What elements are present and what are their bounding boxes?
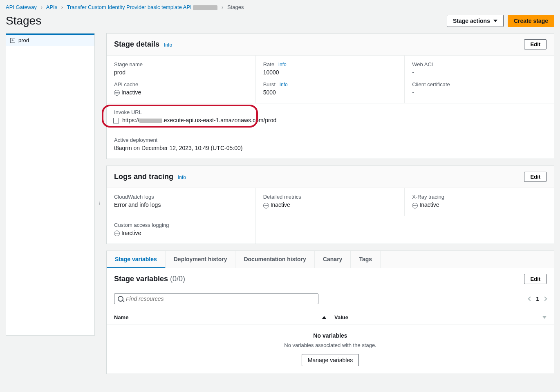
xray-value: Inactive: [412, 202, 547, 208]
header-actions: Stage actions Create stage: [447, 15, 554, 27]
api-cache-value-text: Inactive: [121, 89, 141, 96]
detailed-metrics-value: Inactive: [263, 202, 397, 208]
info-link[interactable]: Info: [178, 175, 186, 180]
api-cache-label: API cache: [114, 81, 248, 87]
web-acl-label: Web ACL: [412, 61, 547, 67]
search-box[interactable]: [114, 293, 318, 304]
info-link[interactable]: Info: [164, 42, 172, 48]
info-link[interactable]: Info: [278, 62, 287, 67]
stage-actions-label: Stage actions: [453, 18, 490, 24]
detailed-metrics-label: Detailed metrics: [263, 194, 397, 200]
inactive-icon: [412, 203, 418, 208]
custom-access-value-text: Inactive: [121, 230, 141, 236]
web-acl-value: -: [412, 69, 547, 76]
invoke-url-suffix: .execute-api.us-east-1.amazonaws.com/pro…: [162, 117, 276, 123]
caret-down-icon: [493, 20, 497, 22]
cloudwatch-label: CloudWatch logs: [114, 194, 248, 200]
stage-variables-heading: Stage variables (0/0): [114, 275, 185, 283]
chevron-right-icon: ›: [222, 4, 223, 10]
empty-state: No variables No variables associated wit…: [107, 325, 554, 374]
search-icon: [118, 296, 123, 302]
search-input[interactable]: [126, 296, 315, 302]
empty-desc: No variables associated with the stage.: [114, 342, 547, 348]
breadcrumb-current: Stages: [227, 4, 244, 10]
custom-access-value: Inactive: [114, 230, 248, 236]
inactive-icon: [263, 203, 269, 208]
sidebar: + prod: [6, 33, 95, 336]
cloudwatch-value: Error and info logs: [114, 202, 248, 208]
active-deployment-value: t8aqrm on December 12, 2023, 10:49 (UTC-…: [114, 145, 547, 151]
logs-tracing-heading-text: Logs and tracing: [114, 172, 173, 181]
copy-icon[interactable]: [114, 119, 119, 123]
tab-documentation-history[interactable]: Documentation history: [235, 251, 314, 268]
manage-variables-button[interactable]: Manage variables: [302, 354, 359, 366]
client-cert-label: Client certificate: [412, 81, 547, 87]
breadcrumb-apis[interactable]: APIs: [46, 4, 57, 10]
table-header: Name Value: [107, 310, 554, 325]
stage-details-heading-text: Stage details: [114, 40, 159, 48]
page-header: Stages Stage actions Create stage: [0, 13, 560, 33]
edit-stage-details-button[interactable]: Edit: [524, 39, 547, 49]
tab-canary[interactable]: Canary: [315, 251, 351, 268]
sort-asc-icon[interactable]: [322, 316, 326, 319]
expand-icon[interactable]: +: [10, 38, 15, 43]
rate-label-text: Rate: [263, 61, 274, 67]
stage-variables-count: (0/0): [170, 275, 185, 283]
col-value-label[interactable]: Value: [334, 314, 348, 320]
stage-details-panel: Stage details Info Edit Stage name prod …: [106, 33, 554, 159]
breadcrumb-api-name[interactable]: Transfer Custom Identity Provider basic …: [67, 4, 219, 10]
custom-access-label: Custom access logging: [114, 222, 248, 228]
inactive-icon: [114, 231, 120, 236]
xray-value-text: Inactive: [419, 202, 439, 208]
create-stage-button[interactable]: Create stage: [508, 15, 554, 27]
inactive-icon: [114, 90, 120, 96]
active-deployment-label: Active deployment: [114, 137, 547, 143]
burst-value: 5000: [263, 89, 397, 96]
chevron-right-icon: ›: [41, 4, 43, 10]
breadcrumb-api-gateway[interactable]: API Gateway: [6, 4, 37, 10]
sidebar-item-label: prod: [18, 37, 29, 43]
burst-label-text: Burst: [263, 81, 276, 87]
redacted-text: [139, 119, 162, 123]
tab-stage-variables[interactable]: Stage variables: [107, 251, 166, 268]
stage-variables-panel: Stage variables (0/0) Edit 1: [106, 268, 554, 374]
stage-actions-dropdown[interactable]: Stage actions: [447, 15, 504, 27]
rate-label: Rate Info: [263, 61, 397, 67]
prev-page-button[interactable]: [528, 296, 533, 301]
edit-stage-variables-button[interactable]: Edit: [524, 274, 547, 284]
page-number: 1: [536, 296, 539, 302]
empty-title: No variables: [114, 332, 547, 339]
info-link[interactable]: Info: [280, 82, 288, 87]
sidebar-item-prod[interactable]: + prod: [6, 35, 94, 46]
pagination: 1: [529, 296, 547, 302]
logs-tracing-heading: Logs and tracing Info: [114, 172, 186, 181]
tabs: Stage variables Deployment history Docum…: [106, 251, 554, 268]
rate-value: 10000: [263, 69, 397, 76]
breadcrumb: API Gateway › APIs › Transfer Custom Ide…: [0, 0, 560, 13]
stage-name-value: prod: [114, 69, 248, 76]
detailed-metrics-value-text: Inactive: [271, 202, 290, 208]
sidebar-collapse-handle[interactable]: ⁞: [99, 201, 102, 206]
edit-logs-tracing-button[interactable]: Edit: [524, 172, 547, 182]
tab-tags[interactable]: Tags: [351, 251, 381, 268]
col-name-label[interactable]: Name: [114, 314, 128, 320]
client-cert-value: -: [412, 89, 547, 96]
logs-tracing-panel: Logs and tracing Info Edit CloudWatch lo…: [106, 166, 554, 244]
next-page-button[interactable]: [542, 296, 547, 301]
breadcrumb-api-name-text: Transfer Custom Identity Provider basic …: [67, 4, 192, 10]
invoke-url-value[interactable]: https://.execute-api.us-east-1.amazonaws…: [114, 117, 547, 123]
api-cache-value: Inactive: [114, 89, 248, 96]
chevron-right-icon: ›: [61, 4, 63, 10]
xray-label: X-Ray tracing: [412, 194, 547, 200]
stage-variables-heading-text: Stage variables: [114, 275, 168, 283]
burst-label: Burst Info: [263, 81, 397, 87]
invoke-url-label: Invoke URL: [114, 109, 547, 115]
tab-deployment-history[interactable]: Deployment history: [166, 251, 236, 268]
stage-name-label: Stage name: [114, 61, 248, 67]
redacted-text: [193, 5, 217, 10]
page-title: Stages: [6, 14, 41, 27]
invoke-url-prefix: https://: [122, 117, 139, 123]
stage-details-heading: Stage details Info: [114, 40, 172, 49]
sort-desc-icon[interactable]: [542, 316, 547, 319]
